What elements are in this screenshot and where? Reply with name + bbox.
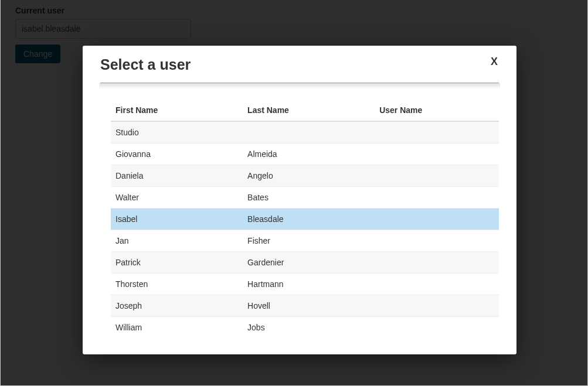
cell-user [375, 252, 499, 274]
cell-user [375, 274, 499, 295]
cell-user [375, 317, 499, 339]
col-first-name[interactable]: First Name [111, 100, 243, 121]
cell-last: Gardenier [243, 252, 375, 274]
table-row[interactable]: JanFisher [111, 230, 499, 252]
cell-user [375, 144, 499, 165]
cell-user [375, 295, 499, 317]
cell-first: Walter [111, 187, 243, 209]
cell-last: Angelo [243, 165, 375, 187]
cell-first: Jan [111, 230, 243, 252]
cell-user [375, 209, 499, 230]
cell-last [243, 121, 375, 144]
cell-first: Joseph [111, 295, 243, 317]
table-row[interactable]: IsabelBleasdale [111, 209, 499, 230]
cell-last: Hartmann [243, 274, 375, 295]
user-table: First Name Last Name User Name StudioGio… [111, 100, 499, 338]
cell-last: Bates [243, 187, 375, 209]
table-row[interactable]: GiovannaAlmeida [111, 144, 499, 165]
cell-first: Patrick [111, 252, 243, 274]
cell-user [375, 121, 499, 144]
cell-first: Giovanna [111, 144, 243, 165]
cell-first: Daniela [111, 165, 243, 187]
cell-first: William [111, 317, 243, 339]
close-icon[interactable]: X [490, 56, 499, 67]
table-row[interactable]: PatrickGardenier [111, 252, 499, 274]
select-user-modal: Select a user X First Name Last Name Use… [83, 46, 516, 354]
header-shadow [99, 83, 500, 89]
cell-user [375, 187, 499, 209]
cell-last: Hovell [243, 295, 375, 317]
cell-first: Thorsten [111, 274, 243, 295]
cell-last: Almeida [243, 144, 375, 165]
cell-user [375, 230, 499, 252]
cell-last: Jobs [243, 317, 375, 339]
col-last-name[interactable]: Last Name [243, 100, 375, 121]
table-row[interactable]: WalterBates [111, 187, 499, 209]
cell-first: Studio [111, 121, 243, 144]
col-user-name[interactable]: User Name [375, 100, 499, 121]
modal-title: Select a user [100, 56, 191, 73]
table-row[interactable]: DanielaAngelo [111, 165, 499, 187]
table-row[interactable]: WilliamJobs [111, 317, 499, 339]
table-row[interactable]: JosephHovell [111, 295, 499, 317]
cell-first: Isabel [111, 209, 243, 230]
cell-last: Fisher [243, 230, 375, 252]
cell-last: Bleasdale [243, 209, 375, 230]
table-row[interactable]: ThorstenHartmann [111, 274, 499, 295]
table-row[interactable]: Studio [111, 121, 499, 144]
cell-user [375, 165, 499, 187]
